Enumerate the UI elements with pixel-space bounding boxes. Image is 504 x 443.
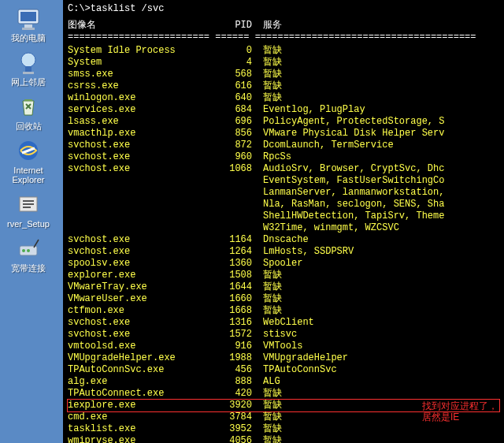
process-row: VMwareUser.exe1660暂缺 — [68, 293, 499, 305]
process-row: alg.exe888ALG — [68, 376, 499, 388]
process-row: svchost.exe1164Dnscache — [68, 234, 499, 246]
header-service: 服务 — [252, 20, 499, 32]
svg-point-4 — [21, 53, 35, 67]
server-setup-icon — [15, 191, 42, 218]
process-pid: 1668 — [217, 305, 252, 317]
svg-rect-1 — [20, 12, 36, 21]
desktop-icon-recycle-bin[interactable]: 回收站 — [5, 93, 52, 131]
process-service: LanmanServer, lanmanworkstation, — [252, 187, 499, 199]
process-pid: 1068 — [217, 163, 252, 175]
process-image-name: TPAutoConnect.exe — [68, 388, 217, 400]
process-pid: 916 — [217, 341, 252, 352]
process-row: vmacthlp.exe856VMware Physical Disk Help… — [68, 128, 499, 140]
desktop-icon-label: 回收站 — [16, 121, 42, 131]
process-pid — [217, 175, 252, 187]
process-image-name: explorer.exe — [68, 270, 217, 281]
process-service: Spooler — [252, 258, 499, 270]
process-image-name: System — [68, 57, 217, 69]
process-pid — [217, 210, 252, 222]
process-row: svchost.exe960RpcSs — [68, 151, 499, 163]
process-pid: 3920 — [217, 400, 252, 411]
process-service: EventSystem, FastUserSwitchingCo — [252, 175, 499, 187]
desktop-icon-internet-explorer[interactable]: Internet Explorer — [5, 137, 52, 184]
process-row: vmtoolsd.exe916VMTools — [68, 341, 499, 352]
process-service: RpcSs — [252, 151, 499, 163]
process-service: 暂缺 — [252, 293, 499, 305]
desktop-icon-server-setup[interactable]: rver_Setup — [5, 191, 52, 229]
process-image-name: svchost.exe — [68, 234, 217, 246]
desktop-icon-network-places[interactable]: 网上邻居 — [5, 49, 52, 87]
process-image-name: System Idle Process — [68, 45, 217, 57]
process-image-name: svchost.exe — [68, 246, 217, 258]
process-row: spoolsv.exe1360Spooler — [68, 258, 499, 270]
process-row: W32Time, winmgmt, WZCSVC — [68, 222, 499, 234]
process-service: 暂缺 — [252, 57, 499, 69]
process-pid: 4056 — [217, 435, 252, 443]
process-image-name: svchost.exe — [68, 329, 217, 341]
process-pid: 684 — [217, 104, 252, 116]
process-image-name: svchost.exe — [68, 163, 217, 175]
process-service: Nla, RasMan, seclogon, SENS, Sha — [252, 199, 499, 210]
process-image-name: TPAutoConnSvc.exe — [68, 364, 217, 376]
process-image-name: ctfmon.exe — [68, 305, 217, 317]
svg-rect-3 — [22, 28, 35, 30]
process-pid: 616 — [217, 80, 252, 92]
process-service: VMUpgradeHelper — [252, 352, 499, 364]
process-service: 暂缺 — [252, 435, 499, 443]
desktop-icon-broadband[interactable]: 宽带连接 — [5, 235, 52, 273]
process-service: 暂缺 — [252, 45, 499, 57]
process-service: AudioSrv, Browser, CryptSvc, Dhc — [252, 163, 499, 175]
desktop-icon-label: 网上邻居 — [11, 77, 46, 87]
header-pid: PID — [217, 20, 252, 32]
process-service: VMware Physical Disk Helper Serv — [252, 128, 499, 140]
network-places-icon — [15, 49, 42, 76]
process-service: ALG — [252, 376, 499, 388]
my-computer-icon — [15, 5, 42, 32]
process-image-name — [68, 210, 217, 222]
svg-rect-9 — [23, 200, 34, 202]
command-prompt-window[interactable]: C:\>tasklist /svc 图像名 PID 服务 ===========… — [63, 0, 504, 443]
process-pid: 696 — [217, 116, 252, 128]
process-image-name: csrss.exe — [68, 80, 217, 92]
svg-rect-2 — [24, 24, 32, 28]
process-service: stisvc — [252, 329, 499, 341]
process-image-name — [68, 175, 217, 187]
process-image-name: services.exe — [68, 104, 217, 116]
process-pid: 1508 — [217, 270, 252, 281]
header-image-name: 图像名 — [68, 20, 217, 32]
process-pid: 3952 — [217, 423, 252, 435]
svg-rect-5 — [25, 66, 32, 72]
process-row: System4暂缺 — [68, 57, 499, 69]
process-pid: 1316 — [217, 317, 252, 329]
process-image-name: spoolsv.exe — [68, 258, 217, 270]
process-row: LanmanServer, lanmanworkstation, — [68, 187, 499, 199]
process-row: smss.exe568暂缺 — [68, 69, 499, 80]
process-pid: 456 — [217, 364, 252, 376]
process-pid: 856 — [217, 128, 252, 140]
process-image-name: VMwareUser.exe — [68, 293, 217, 305]
process-image-name — [68, 199, 217, 210]
svg-rect-6 — [23, 72, 34, 74]
desktop-icon-my-computer[interactable]: 我的电脑 — [5, 5, 52, 43]
process-row: svchost.exe1068AudioSrv, Browser, CryptS… — [68, 163, 499, 175]
process-pid: 3784 — [217, 411, 252, 423]
process-service: Eventlog, PlugPlay — [252, 104, 499, 116]
svg-point-13 — [22, 249, 25, 252]
process-pid: 872 — [217, 140, 252, 151]
process-service: 暂缺 — [252, 80, 499, 92]
process-service: PolicyAgent, ProtectedStorage, S — [252, 116, 499, 128]
process-service: ShellHWDetection, TapiSrv, Theme — [252, 210, 499, 222]
process-image-name: cmd.exe — [68, 411, 217, 423]
process-service: LmHosts, SSDPSRV — [252, 246, 499, 258]
svg-rect-11 — [23, 207, 31, 208]
process-row: csrss.exe616暂缺 — [68, 80, 499, 92]
process-service: 暂缺 — [252, 305, 499, 317]
recycle-bin-icon — [15, 93, 42, 120]
process-row: ctfmon.exe1668暂缺 — [68, 305, 499, 317]
process-service: DcomLaunch, TermService — [252, 140, 499, 151]
process-image-name: smss.exe — [68, 69, 217, 80]
process-list: System Idle Process0暂缺System4暂缺smss.exe5… — [68, 45, 499, 443]
process-row: wmiprvse.exe4056暂缺 — [68, 435, 499, 443]
process-service: 暂缺 — [252, 281, 499, 293]
process-row: services.exe684Eventlog, PlugPlay — [68, 104, 499, 116]
